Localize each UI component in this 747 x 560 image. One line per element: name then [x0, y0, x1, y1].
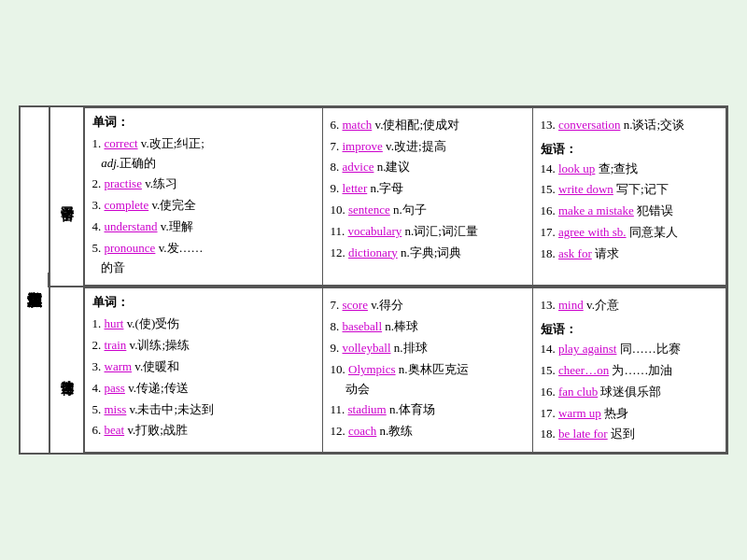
word-item: 10. sentence n.句子 — [331, 201, 525, 220]
phrase-header: 短语： — [541, 321, 719, 338]
word: miss — [105, 402, 127, 416]
word-item: 7. improve v.改进;提高 — [331, 137, 525, 157]
word-item: 2. practise v.练习 — [92, 175, 315, 194]
main-table: 重点单词和短 语言学习 单词： 1. correct v.改正;纠正; adj.… — [19, 105, 728, 455]
word-item: 13. conversation n.谈话;交谈 — [541, 116, 719, 135]
word-item: 10. Olympics n.奥林匹克运 动会 — [331, 360, 525, 399]
word: volleyball — [343, 341, 391, 355]
main-section-label: 重点单词和短 — [21, 273, 49, 287]
word: look up — [558, 161, 595, 175]
section2-col3: 13. mind v.介意 短语： 14. play against 同……比赛… — [532, 288, 726, 453]
word-item: 12. coach n.教练 — [331, 422, 525, 441]
word-item: 17. agree with sb. 同意某人 — [541, 223, 719, 243]
word-item: 7. score v.得分 — [331, 296, 525, 315]
word-item: 1. hurt v.(使)受伤 — [92, 315, 315, 334]
word-item: 14. look up 查;查找 — [541, 160, 719, 179]
word-item: 3. complete v.使完全 — [92, 196, 315, 216]
word: agree with sb. — [558, 225, 627, 239]
word: warm — [105, 359, 133, 373]
word-item: 18. ask for 请求 — [541, 245, 719, 264]
word-item: 11. stadium n.体育场 — [331, 400, 525, 420]
word-item: 15. cheer…on 为……加油 — [541, 361, 719, 381]
word-item: 15. write down 写下;记下 — [541, 180, 719, 200]
word: dictionary — [348, 245, 398, 259]
sub-label-2: 体育运动 — [50, 363, 78, 378]
word: complete — [105, 198, 149, 212]
word: train — [105, 338, 127, 352]
word-item: 17. warm up 热身 — [541, 404, 719, 424]
section1-col1: 单词： 1. correct v.改正;纠正; adj.正确的 2. pract… — [84, 107, 322, 286]
word: score — [343, 298, 368, 312]
word: improve — [343, 139, 383, 153]
word-item: 5. miss v.未击中;未达到 — [92, 400, 315, 420]
section2-col1: 单词： 1. hurt v.(使)受伤 2. train v.训练;操练 3. … — [84, 288, 322, 453]
word: pass — [105, 381, 125, 395]
word-item: 18. be late for 迟到 — [541, 425, 719, 444]
word-item: 16. fan club 球迷俱乐部 — [541, 383, 719, 402]
word: write down — [558, 182, 613, 196]
section2-col2: 7. score v.得分 8. baseball n.棒球 9. volley… — [322, 288, 532, 453]
word: vocabulary — [348, 224, 402, 238]
word: match — [343, 118, 373, 132]
word-item: 14. play against 同……比赛 — [541, 340, 719, 359]
word-item: 9. letter n.字母 — [331, 179, 525, 199]
word-item: 8. baseball n.棒球 — [331, 317, 525, 337]
word-item: 5. pronounce v.发…… 的音 — [92, 239, 315, 278]
col1-header-1: 单词： — [92, 114, 315, 131]
section1-col2: 6. match v.使相配;使成对 7. improve v.改进;提高 8.… — [322, 107, 532, 286]
word: understand — [105, 219, 158, 233]
word: warm up — [558, 406, 601, 420]
word: pronounce — [105, 241, 156, 255]
word: advice — [343, 160, 374, 174]
word-extra: adj. — [101, 156, 120, 170]
word: stadium — [348, 402, 387, 416]
word: fan club — [558, 385, 598, 399]
word-item: 13. mind v.介意 — [541, 296, 719, 315]
word: conversation — [558, 118, 620, 132]
word-item: 4. pass v.传递;传送 — [92, 379, 315, 399]
word-item: 6. match v.使相配;使成对 — [331, 116, 525, 135]
word: ask for — [558, 246, 592, 260]
word: hurt — [105, 316, 124, 330]
word: make a mistake — [558, 203, 634, 217]
word: baseball — [343, 319, 383, 333]
word-item: 2. train v.训练;操练 — [92, 336, 315, 356]
word: Olympics — [348, 362, 396, 376]
section-row-1: 重点单词和短 语言学习 单词： 1. correct v.改正;纠正; adj.… — [20, 106, 727, 287]
word: play against — [558, 342, 616, 356]
section-row-2: 体育运动 单词： 1. hurt v.(使)受伤 2. train v.训练;操… — [20, 287, 727, 454]
word-item: 1. correct v.改正;纠正; adj.正确的 — [92, 134, 315, 174]
word-item: 11. vocabulary n.词汇;词汇量 — [331, 222, 525, 242]
word-item: 8. advice n.建议 — [331, 158, 525, 177]
word: be late for — [558, 427, 608, 441]
word-item: 9. volleyball n.排球 — [331, 339, 525, 358]
word-item: 12. dictionary n.字典;词典 — [331, 244, 525, 263]
word-item: 3. warm v.使暖和 — [92, 357, 315, 377]
phrase-header: 短语： — [541, 141, 719, 158]
word: beat — [105, 423, 125, 437]
word: practise — [105, 176, 142, 190]
word: correct — [105, 136, 138, 150]
word-item: 6. beat v.打败;战胜 — [92, 421, 315, 441]
section1-col3: 13. conversation n.谈话;交谈 短语： 14. look up… — [532, 107, 726, 286]
sub-label-1: 语言学习 — [50, 189, 78, 204]
col1-header-2: 单词： — [92, 294, 315, 311]
word: coach — [348, 424, 376, 438]
word-item: 16. make a mistake 犯错误 — [541, 202, 719, 221]
word: letter — [343, 181, 368, 195]
word: cheer…on — [558, 363, 609, 377]
word-item: 4. understand v.理解 — [92, 217, 315, 237]
word: mind — [558, 298, 584, 312]
word: sentence — [348, 203, 390, 217]
